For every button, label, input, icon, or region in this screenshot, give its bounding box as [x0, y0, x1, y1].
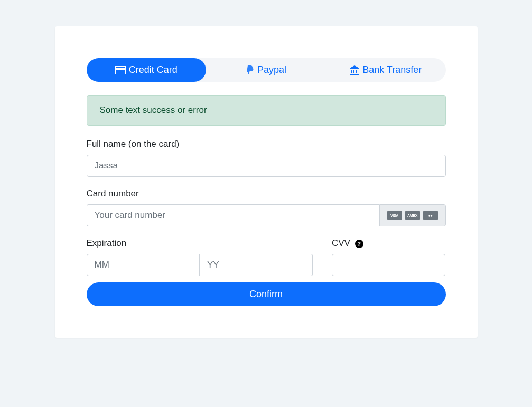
tab-bank-transfer[interactable]: Bank Transfer	[326, 58, 446, 82]
tab-bank-transfer-label: Bank Transfer	[362, 64, 422, 75]
card-number-input-group: VISA AMEX ●●	[87, 204, 446, 226]
mastercard-icon: ●●	[423, 211, 438, 220]
cvv-label: CVV ?	[332, 238, 446, 249]
card-number-group: Card number VISA AMEX ●●	[87, 188, 446, 226]
card-number-input[interactable]	[87, 204, 379, 226]
credit-card-icon	[115, 66, 126, 74]
full-name-input[interactable]	[87, 155, 446, 177]
card-brands-addon: VISA AMEX ●●	[379, 204, 446, 226]
expiration-label: Expiration	[87, 238, 313, 249]
cvv-group: CVV ?	[332, 238, 446, 276]
svg-rect-0	[115, 66, 126, 74]
visa-icon: VISA	[387, 211, 402, 220]
expiration-cvv-row: Expiration CVV ?	[87, 238, 446, 276]
amex-icon: AMEX	[405, 211, 420, 220]
cvv-input[interactable]	[332, 254, 446, 276]
tab-credit-card[interactable]: Credit Card	[87, 58, 207, 82]
expiration-year-input[interactable]	[200, 254, 313, 276]
svg-rect-1	[115, 68, 126, 70]
expiration-month-input[interactable]	[87, 254, 200, 276]
payment-method-tabs: Credit Card Paypal Bank Transfer	[87, 58, 446, 82]
tab-paypal-label: Paypal	[257, 64, 286, 75]
tab-paypal[interactable]: Paypal	[206, 58, 326, 82]
alert-message: Some text success or error	[87, 95, 446, 126]
card-number-label: Card number	[87, 188, 446, 199]
cvv-label-text: CVV	[332, 238, 350, 248]
payment-card: Credit Card Paypal Bank Transfer Some te…	[55, 26, 478, 338]
expiration-group: Expiration	[87, 238, 313, 276]
tab-credit-card-label: Credit Card	[129, 64, 178, 75]
full-name-label: Full name (on the card)	[87, 139, 446, 149]
alert-text: Some text success or error	[100, 105, 207, 115]
help-icon[interactable]: ?	[355, 240, 363, 248]
full-name-group: Full name (on the card)	[87, 139, 446, 177]
confirm-button[interactable]: Confirm	[87, 282, 446, 306]
expiration-inputs	[87, 254, 313, 276]
paypal-icon	[246, 65, 254, 75]
bank-icon	[350, 65, 359, 75]
